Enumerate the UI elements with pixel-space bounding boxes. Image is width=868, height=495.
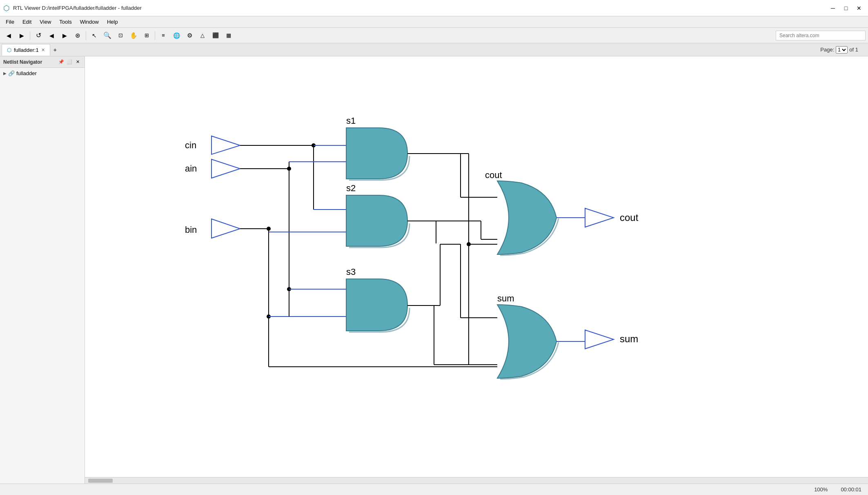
- close-button[interactable]: ✕: [853, 2, 865, 14]
- minimize-button[interactable]: ─: [827, 2, 839, 14]
- sidebar-tree: ▶ 🔗 fulladder: [0, 68, 85, 79]
- menu-bar: File Edit View Tools Window Help: [0, 16, 868, 28]
- ain-label: ain: [185, 163, 197, 174]
- s3-label: s3: [346, 267, 356, 277]
- scrollbar-thumb-x[interactable]: [88, 479, 113, 483]
- highlight-button[interactable]: 🌐: [170, 30, 183, 41]
- tree-item-fulladder[interactable]: ▶ 🔗 fulladder: [0, 69, 85, 77]
- netlist-button[interactable]: ≡: [157, 30, 169, 41]
- s1-label: s1: [346, 116, 356, 126]
- tab-bar: ⬡ fulladder:1 ✕ + Page: 1 of 1: [0, 43, 868, 56]
- svg-marker-2: [211, 219, 240, 238]
- title-text: RTL Viewer D:/intelFPGA/fulladder/fullad…: [13, 5, 142, 11]
- main-layout: Netlist Navigator 📌 ⬜ ✕ ▶ 🔗 fulladder: [0, 56, 868, 484]
- select-button[interactable]: ↖: [88, 30, 100, 41]
- menu-edit[interactable]: Edit: [18, 17, 36, 27]
- sidebar-header: Netlist Navigator 📌 ⬜ ✕: [0, 56, 85, 68]
- sum-output-buffer: sum: [585, 330, 638, 349]
- sidebar-controls: 📌 ⬜ ✕: [58, 58, 81, 66]
- menu-file[interactable]: File: [2, 17, 18, 27]
- title-controls[interactable]: ─ □ ✕: [827, 2, 865, 14]
- settings-button[interactable]: ⚙: [183, 30, 196, 41]
- tab-add-button[interactable]: +: [50, 45, 60, 55]
- or-gate-sum[interactable]: sum: [497, 293, 585, 379]
- ain-buffer: ain: [185, 159, 240, 178]
- sum-gate-label: sum: [497, 293, 514, 303]
- page-indicator: Page: 1 of 1: [820, 46, 866, 54]
- bin-buffer: bin: [185, 219, 240, 238]
- rtl-canvas: cin ain bin cout: [85, 56, 738, 424]
- tab-close-icon[interactable]: ✕: [41, 47, 45, 53]
- cin-label: cin: [185, 140, 196, 150]
- rtl-diagram: cin ain bin cout: [85, 56, 738, 424]
- title-bar: ⬡ RTL Viewer D:/intelFPGA/fulladder/full…: [0, 0, 868, 16]
- menu-tools[interactable]: Tools: [55, 17, 76, 27]
- binoculars-button[interactable]: ⊛: [71, 30, 84, 41]
- zoom-level: 100%: [814, 486, 828, 493]
- filter-button[interactable]: ▦: [223, 30, 235, 41]
- s2-label: s2: [346, 183, 356, 193]
- maximize-button[interactable]: □: [840, 2, 852, 14]
- title-left: ⬡ RTL Viewer D:/intelFPGA/fulladder/full…: [3, 4, 142, 13]
- triangle-button[interactable]: △: [196, 30, 209, 41]
- zoom-select-button[interactable]: ⊞: [140, 30, 153, 41]
- sidebar-close-icon[interactable]: ✕: [74, 58, 81, 66]
- forward2-button[interactable]: ▶: [58, 30, 71, 41]
- menu-window[interactable]: Window: [76, 17, 103, 27]
- app-icon: ⬡: [3, 4, 10, 13]
- back-button[interactable]: ◀: [2, 30, 15, 41]
- cout-gate-label: cout: [485, 170, 502, 180]
- pan-button[interactable]: ✋: [127, 30, 140, 41]
- separator-2: [86, 31, 86, 40]
- and-gate-s2[interactable]: s2: [346, 183, 424, 247]
- menu-help[interactable]: Help: [103, 17, 122, 27]
- separator-1: [30, 31, 30, 40]
- hierarchy-icon: 🔗: [8, 70, 15, 76]
- sidebar-pin-icon[interactable]: 📌: [58, 58, 65, 66]
- page-select[interactable]: 1: [836, 46, 848, 54]
- svg-marker-4: [585, 330, 614, 349]
- cout-output-buffer: cout: [585, 208, 639, 227]
- horizontal-scrollbar[interactable]: [85, 477, 868, 484]
- and-gate-s3[interactable]: s3: [346, 267, 424, 332]
- status-bar: 100% 00:00:01: [0, 484, 868, 495]
- sidebar-dock-icon[interactable]: ⬜: [66, 58, 73, 66]
- cout-output-label: cout: [620, 212, 639, 223]
- sum-output-label: sum: [620, 333, 638, 344]
- search-input[interactable]: [776, 31, 866, 40]
- back2-button[interactable]: ◀: [45, 30, 58, 41]
- bin-label: bin: [185, 225, 197, 235]
- tree-item-label: fulladder: [16, 70, 37, 76]
- tab-diagram-icon: ⬡: [7, 47, 11, 53]
- export-button[interactable]: ⬛: [209, 30, 222, 41]
- or-gate-cout[interactable]: cout: [485, 170, 585, 255]
- refresh-button[interactable]: ↺: [32, 30, 45, 41]
- tab-label: fulladder:1: [14, 47, 39, 53]
- sidebar: Netlist Navigator 📌 ⬜ ✕ ▶ 🔗 fulladder: [0, 56, 85, 484]
- svg-marker-0: [211, 136, 240, 154]
- zoom-rect-button[interactable]: ⊡: [114, 30, 127, 41]
- time-display: 00:00:01: [841, 486, 861, 493]
- and-gate-s1[interactable]: s1: [346, 116, 424, 180]
- menu-view[interactable]: View: [36, 17, 55, 27]
- canvas-area[interactable]: cin ain bin cout: [85, 56, 868, 484]
- svg-marker-1: [211, 159, 240, 178]
- page-label: Page:: [820, 47, 834, 53]
- page-total: of 1: [849, 47, 858, 53]
- svg-marker-3: [585, 208, 614, 227]
- cin-buffer: cin: [185, 136, 240, 154]
- sidebar-title: Netlist Navigator: [3, 59, 42, 65]
- toolbar: ◀ ▶ ↺ ◀ ▶ ⊛ ↖ 🔍 ⊡ ✋ ⊞ ≡ 🌐 ⚙ △ ⬛ ▦: [0, 28, 868, 43]
- zoom-in-button[interactable]: 🔍: [101, 30, 114, 41]
- separator-3: [155, 31, 155, 40]
- forward-button[interactable]: ▶: [16, 30, 28, 41]
- tree-expand-icon: ▶: [3, 71, 7, 76]
- tab-fulladder[interactable]: ⬡ fulladder:1 ✕: [2, 44, 50, 56]
